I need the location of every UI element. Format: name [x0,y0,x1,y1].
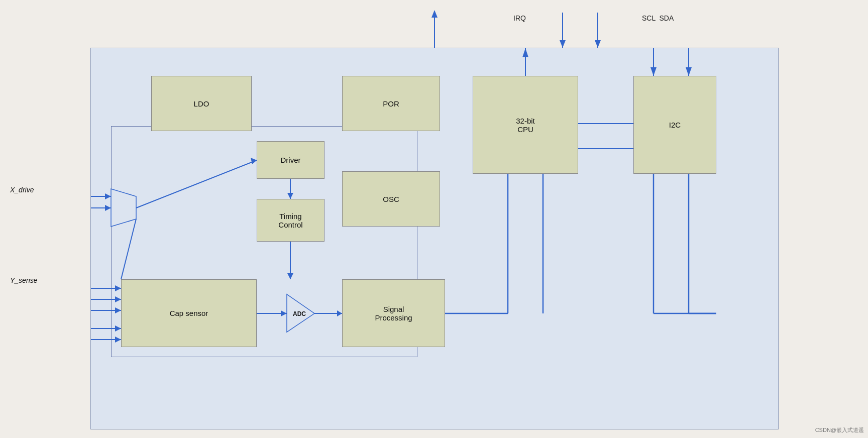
x-drive-label: X_drive [10,186,34,194]
svg-marker-20 [105,193,111,199]
svg-marker-2 [650,67,657,76]
i2c-block: I2C [633,76,716,174]
osc-block: OSC [342,171,440,227]
svg-marker-42 [522,48,528,57]
timing-control-block: Timing Control [257,199,324,242]
driver-block: Driver [257,141,324,179]
svg-marker-22 [105,205,111,211]
cpu-block: 32-bit CPU [473,76,578,174]
cap-sensor-block: Cap sensor [121,279,257,347]
por-block: POR [342,76,440,131]
scl-sda-arrows-svg [90,10,141,50]
svg-marker-48 [595,40,601,48]
svg-marker-4 [686,67,692,76]
signal-processing-block: Signal Processing [342,279,445,347]
watermark: CSDN@嵌入式道遥 [815,426,864,434]
diagram-container: LDO POR 32-bit CPU I2C OSC Driver Timing… [90,48,779,429]
svg-marker-46 [560,40,566,48]
irq-label: IRQ [513,14,526,22]
irq-arrow-svg [90,10,141,50]
svg-marker-44 [431,10,438,18]
y-sense-label: Y_sense [10,276,37,284]
ldo-block: LDO [151,76,252,131]
scl-sda-label: SCL SDA [642,14,674,22]
